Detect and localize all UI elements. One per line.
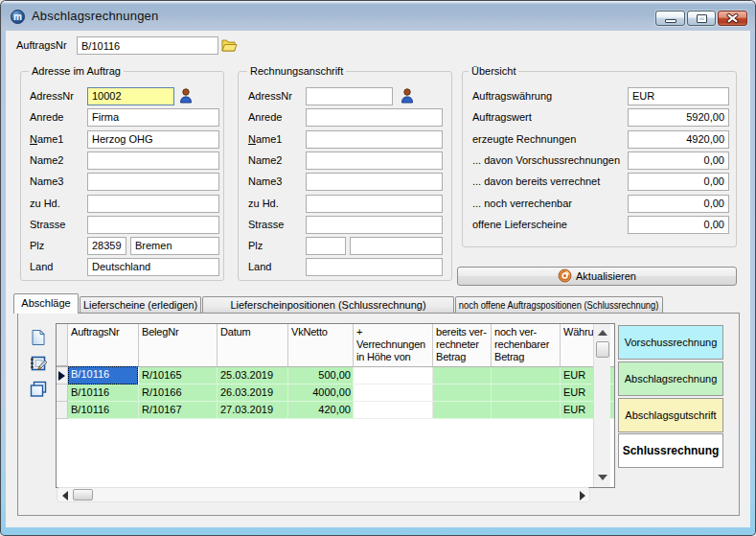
field-input-erzeugterechnungen[interactable]: 4920,00 <box>628 130 729 149</box>
field-input-nochverrechenbar[interactable]: 0,00 <box>628 195 729 213</box>
field-input-anrede[interactable]: Firma <box>87 108 219 127</box>
grid-vertical-scrollbar[interactable] <box>593 324 610 487</box>
grid-cell[interactable]: B/10116 <box>68 385 139 402</box>
app-window: m Abschlagsrechnungen AuftragsNrAdresse … <box>0 0 756 536</box>
action-button-1[interactable]: Vorschussrechnung <box>618 325 723 360</box>
order-number-label: AuftragsNr <box>16 36 67 55</box>
grid-header-2[interactable]: BelegNr <box>139 324 218 366</box>
scroll-right-icon[interactable] <box>580 491 585 501</box>
grid-cell[interactable]: R/10166 <box>139 385 218 402</box>
field-input-anrede[interactable] <box>306 108 443 127</box>
grid-cell[interactable] <box>492 402 561 419</box>
titlebar[interactable]: m Abschlagsrechnungen <box>1 1 755 31</box>
field-label-erzeugterechnungen: erzeugte Rechnungen <box>472 130 576 149</box>
field-input-city[interactable]: Bremen <box>130 237 219 255</box>
tab-1[interactable]: Abschläge <box>13 293 79 314</box>
field-input-plz[interactable]: 28359 <box>87 237 126 255</box>
field-input-name3[interactable] <box>306 173 443 191</box>
action-button-3[interactable]: Abschlagsgutschrift <box>618 398 723 432</box>
field-label-offenelieferscheine: offene Lieferscheine <box>472 216 567 234</box>
field-input-city[interactable] <box>350 237 443 255</box>
field-input-zuhd[interactable] <box>306 195 443 213</box>
edit-notebook-icon[interactable] <box>30 355 48 372</box>
field-input-auftragswhrung[interactable]: EUR <box>628 87 729 105</box>
field-label-strasse: Strasse <box>248 216 284 234</box>
action-button-label: Vorschussrechnung <box>619 337 722 348</box>
vertical-scroll-thumb[interactable] <box>596 341 609 358</box>
scroll-left-icon[interactable] <box>62 491 68 501</box>
field-input-adressnr[interactable] <box>306 87 393 105</box>
grid-cell[interactable] <box>354 385 433 402</box>
refresh-button-label: Aktualisieren <box>576 270 636 282</box>
grid-cell[interactable]: 420,00 <box>288 402 354 419</box>
field-input-adressnr[interactable]: 10002 <box>87 87 174 105</box>
close-button[interactable] <box>718 11 747 26</box>
grid-cell[interactable] <box>433 367 492 385</box>
grid-cell[interactable]: 4000,00 <box>288 385 354 402</box>
field-input-name1[interactable]: Herzog OHG <box>87 130 219 149</box>
horizontal-scroll-thumb[interactable] <box>73 489 93 501</box>
grid-row-indicator[interactable] <box>57 402 68 419</box>
field-input-zuhd[interactable] <box>87 195 219 213</box>
field-input-auftragswert[interactable]: 5920,00 <box>628 108 729 127</box>
refresh-button[interactable]: Aktualisieren <box>457 267 737 286</box>
grid-cell[interactable]: 500,00 <box>288 367 354 385</box>
grid-header-3[interactable]: Datum <box>218 324 288 366</box>
grid-cell[interactable]: 27.03.2019 <box>218 402 288 419</box>
new-document-icon[interactable] <box>30 329 48 346</box>
field-input-offenelieferscheine[interactable]: 0,00 <box>628 216 729 234</box>
close-icon <box>719 12 746 25</box>
field-label-name2: Name2 <box>30 151 63 170</box>
grid-cell[interactable] <box>492 385 561 402</box>
tab-label: Abschläge <box>21 297 70 309</box>
grid-cell[interactable] <box>354 367 433 385</box>
scroll-down-icon[interactable] <box>598 475 607 480</box>
tab-2[interactable]: Lieferscheine (erledigen) <box>80 296 201 313</box>
grid-selected-cell[interactable]: B/10116 <box>68 366 138 385</box>
grid-header-6[interactable]: bereits ver- rechneter Betrag <box>433 324 492 366</box>
field-input-name2[interactable] <box>87 151 219 170</box>
field-label-anrede: Anrede <box>30 108 63 127</box>
field-input-davonvorschussrechnungen[interactable]: 0,00 <box>628 151 729 170</box>
action-button-label: Schlussrechnung <box>619 444 722 457</box>
field-input-davonbereitsverrechnet[interactable]: 0,00 <box>628 173 729 191</box>
grid-cell[interactable] <box>433 385 492 402</box>
field-input-land[interactable] <box>306 258 443 276</box>
action-button-label: Abschlagsgutschrift <box>619 409 722 421</box>
field-label-name1: Name1 <box>248 130 282 149</box>
minimize-button[interactable] <box>655 11 685 26</box>
copy-icon[interactable] <box>30 381 48 398</box>
field-input-strasse[interactable] <box>306 216 443 234</box>
grid-cell[interactable] <box>354 402 433 419</box>
action-button-4[interactable]: Schlussrechnung <box>618 433 723 468</box>
field-input-strasse[interactable] <box>87 216 219 234</box>
field-input-name1[interactable] <box>306 130 443 149</box>
grid-header-5[interactable]: + Verrechnungen in Höhe von <box>354 324 433 366</box>
grid-cell[interactable]: B/10116 <box>68 402 139 419</box>
grid-cell[interactable] <box>492 367 561 385</box>
grid-header-7[interactable]: noch ver- rechenbarer Betrag <box>492 324 561 366</box>
order-number-input[interactable] <box>77 36 218 55</box>
field-label-strasse: Strasse <box>30 216 65 234</box>
refresh-icon <box>558 270 576 282</box>
folder-icon[interactable] <box>221 38 238 53</box>
field-input-name2[interactable] <box>306 151 443 170</box>
grid-cell[interactable]: R/10167 <box>139 402 218 419</box>
grid-row-indicator[interactable] <box>57 385 68 402</box>
field-input-land[interactable]: Deutschland <box>87 258 219 276</box>
horizontal-scrollbar[interactable] <box>57 487 590 502</box>
action-button-2[interactable]: Abschlagsrechnung <box>618 361 723 396</box>
tab-4[interactable]: noch offene Auftragspositionen (Schlussr… <box>455 296 663 313</box>
grid-cell[interactable] <box>433 402 492 419</box>
current-row-arrow-icon <box>58 371 65 381</box>
scroll-up-icon[interactable] <box>598 330 607 336</box>
grid-cell[interactable]: 25.03.2019 <box>218 367 288 385</box>
tab-3[interactable]: Lieferscheinpositionen (Schlussrechnung) <box>202 296 454 313</box>
grid-header-4[interactable]: VkNetto <box>288 324 354 366</box>
grid-header-1[interactable]: AuftragsNr <box>68 324 139 366</box>
field-input-name3[interactable] <box>87 173 219 191</box>
grid-cell[interactable]: R/10165 <box>139 367 218 385</box>
maximize-button[interactable] <box>687 11 716 26</box>
field-input-plz[interactable] <box>306 237 346 255</box>
grid-cell[interactable]: 26.03.2019 <box>218 385 288 402</box>
